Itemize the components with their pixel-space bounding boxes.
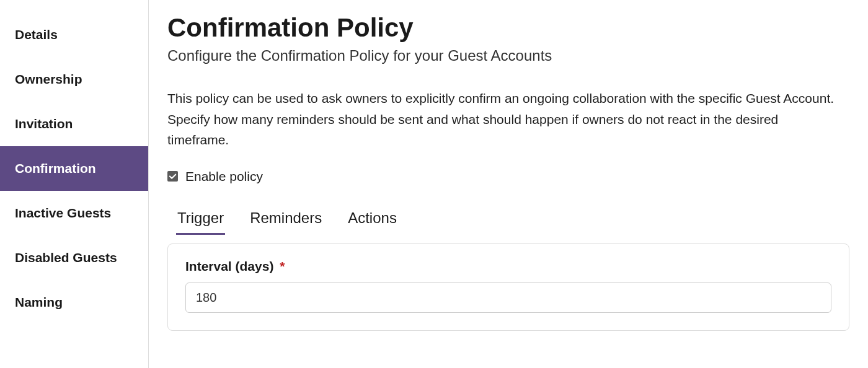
required-mark: * — [280, 259, 285, 273]
sidebar-item-inactive-guests[interactable]: Inactive Guests — [0, 191, 148, 235]
sidebar: Details Ownership Invitation Confirmatio… — [0, 0, 149, 368]
main-content: Confirmation Policy Configure the Confir… — [149, 0, 868, 368]
sidebar-item-details[interactable]: Details — [0, 12, 148, 57]
interval-label: Interval (days) * — [185, 259, 831, 274]
enable-policy-checkbox[interactable] — [167, 171, 178, 182]
page-subtitle: Configure the Confirmation Policy for yo… — [167, 47, 849, 64]
check-icon — [168, 172, 177, 181]
interval-label-text: Interval (days) — [185, 259, 273, 273]
tab-actions[interactable]: Actions — [347, 206, 398, 235]
tab-reminders[interactable]: Reminders — [249, 206, 323, 235]
sidebar-item-confirmation[interactable]: Confirmation — [0, 146, 148, 191]
page-title: Confirmation Policy — [167, 14, 849, 42]
policy-description: This policy can be used to ask owners to… — [167, 88, 837, 151]
trigger-panel: Interval (days) * — [167, 243, 849, 331]
sidebar-item-invitation[interactable]: Invitation — [0, 102, 148, 146]
enable-policy-label[interactable]: Enable policy — [185, 169, 263, 184]
sidebar-item-disabled-guests[interactable]: Disabled Guests — [0, 235, 148, 280]
sidebar-item-naming[interactable]: Naming — [0, 280, 148, 325]
enable-policy-row: Enable policy — [167, 169, 849, 184]
interval-input[interactable] — [185, 283, 831, 313]
tab-trigger[interactable]: Trigger — [176, 206, 225, 235]
sidebar-item-ownership[interactable]: Ownership — [0, 57, 148, 102]
tabs: Trigger Reminders Actions — [167, 206, 849, 235]
